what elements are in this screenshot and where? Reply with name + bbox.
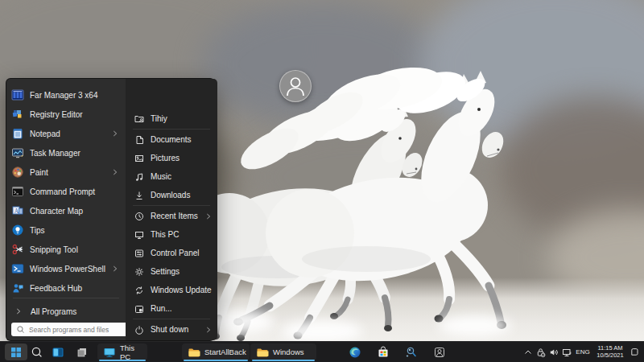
taskbar-button-startallback-folder[interactable]: StartAllBack [182,343,250,360]
start-menu-item-control-panel[interactable]: Control Panel [126,244,217,262]
start-menu: Far Manager 3 x64Registry EditorNotepadT… [6,78,215,341]
folder-icon [256,346,269,359]
item-label: This PC [151,230,180,239]
start-menu-item-shut-down[interactable]: Shut down [126,320,217,339]
registry-editor-icon [11,108,24,121]
chevron-right-icon [111,265,119,273]
item-label: Run... [151,304,172,313]
all-programs-label: All Programs [31,307,76,316]
taskbar-button-edge[interactable] [345,343,365,360]
taskbar-button-user-accounts-tool[interactable] [430,343,449,360]
item-label: Far Manager 3 x64 [30,91,98,100]
user-avatar[interactable] [279,70,312,102]
chevron-right-icon [204,212,213,220]
snow-spray [439,315,511,336]
item-label: Tips [30,226,45,235]
start-menu-programs-column: Far Manager 3 x64Registry EditorNotepadT… [6,79,126,340]
action-center-button[interactable] [628,343,641,360]
start-menu-item-command-prompt[interactable]: Command Prompt [6,182,126,201]
start-menu-item-documents[interactable]: Documents [126,130,217,149]
desktop: Far Manager 3 x64Registry EditorNotepadT… [0,0,644,362]
powershell-icon [11,262,24,275]
start-menu-item-downloads[interactable]: Downloads [126,186,217,204]
windows-update-icon [134,286,144,295]
taskbar-button-windows-folder[interactable]: Windows [250,343,316,360]
start-menu-item-this-pc[interactable]: This PC [126,225,217,244]
date: 10/5/2021 [597,352,623,360]
start-menu-item-snipping-tool[interactable]: Snipping Tool [6,240,126,259]
item-label: Control Panel [151,249,200,257]
taskbar-button-label: StartAllBack [204,348,246,356]
tray-network-icon[interactable] [560,343,572,360]
start-menu-item-music[interactable]: Music [126,167,217,186]
taskbar-button-label: This PC [120,343,142,361]
search-icon [16,325,25,334]
user-folder-icon [134,113,144,123]
item-label: Downloads [151,191,190,200]
start-menu-item-pictures[interactable]: Pictures [126,149,217,167]
running-indicator [184,360,248,361]
start-menu-item-task-manager[interactable]: Task Manager [6,143,126,162]
chevron-right-icon [204,326,213,334]
split-window-icon [52,346,64,359]
monitor-icon [103,346,116,359]
search-box[interactable] [11,323,130,336]
start-menu-item-settings[interactable]: Settings [126,262,217,281]
music-icon [134,172,144,182]
settings-gear-icon [134,267,144,277]
tray-lock-icon[interactable] [535,343,547,360]
tray-volume-icon[interactable] [547,343,559,360]
taskbar-button-label: Windows [273,348,304,356]
start-menu-item-recent-items[interactable]: Recent Items [126,207,217,225]
snipping-tool-icon [11,243,24,256]
item-label: Snipping Tool [30,245,78,254]
start-menu-item-windows-powershell[interactable]: Windows PowerShell [6,259,126,278]
start-menu-item-paint[interactable]: Paint [6,162,126,182]
magnifier-wand-icon [405,346,418,359]
taskbar-button-startallback-settings[interactable] [48,343,68,360]
running-indicator [99,360,146,361]
snow-spray [282,320,362,343]
search-input[interactable] [29,326,122,334]
taskbar-search-icon [31,346,43,359]
clock[interactable]: 11:15 AM10/5/2021 [593,343,627,360]
notepad-icon [11,127,24,140]
start-menu-item-notepad[interactable]: Notepad [6,124,126,143]
this-pc-icon [134,230,144,240]
start-menu-item-run[interactable]: Run... [126,299,217,318]
run-icon [134,304,144,314]
start-menu-item-tihiy[interactable]: Tihiy [126,109,217,128]
item-label: Shut down [151,325,188,334]
taskbar-button-task-view[interactable] [72,343,92,360]
item-label: Notepad [30,130,60,138]
task-manager-icon [11,146,24,159]
power-icon [134,325,144,335]
start-menu-item-far-manager-3-x64[interactable]: Far Manager 3 x64 [6,85,126,105]
language-indicator[interactable]: ENG [573,343,592,360]
item-label: Windows Update [151,286,212,294]
start-menu-item-tips[interactable]: Tips [6,220,126,240]
taskbar-button-taskbar-search[interactable] [27,343,47,360]
downloads-icon [134,191,144,200]
running-indicator [252,360,315,361]
tray-chevron-up-icon[interactable] [522,343,534,360]
feedback-hub-icon [11,282,24,294]
command-prompt-icon [11,185,24,198]
item-label: Character Map [30,207,83,216]
start-menu-item-character-map[interactable]: ACharacter Map [6,201,126,220]
chevron-right-icon [14,307,23,315]
taskbar-button-this-pc-window[interactable]: This PC [97,343,147,360]
taskbar-button-search-tool[interactable] [402,343,421,360]
tips-icon [11,224,24,237]
start-menu-item-registry-editor[interactable]: Registry Editor [6,105,126,124]
documents-icon [134,135,144,145]
all-programs-item[interactable]: All Programs [6,302,126,320]
character-map-icon: A [11,204,24,217]
start-menu-item-feedback-hub[interactable]: Feedback Hub [6,278,126,298]
divider [133,129,210,130]
taskbar-button-microsoft-store[interactable] [374,343,393,360]
taskbar: This PCStartAllBackWindows ENG11:15 AM10… [0,341,644,362]
start-button[interactable] [5,343,27,360]
start-menu-item-windows-update[interactable]: Windows Update [126,281,217,299]
recent-items-icon [134,212,144,221]
